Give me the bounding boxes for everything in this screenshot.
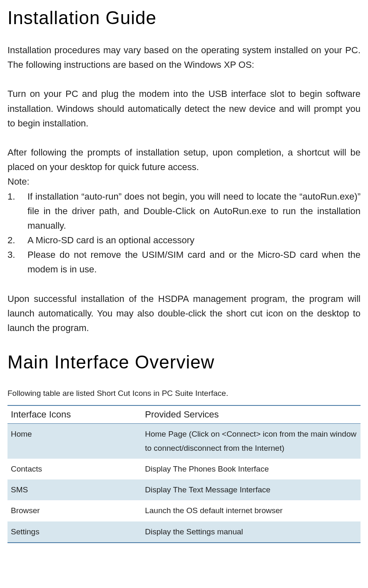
table-cell-icon: Settings — [7, 521, 142, 543]
note-item: A Micro-SD card is an optional accessory — [7, 233, 361, 247]
table-row: Browser Launch the OS default internet b… — [7, 500, 361, 521]
section2-title: Main Interface Overview — [7, 352, 361, 373]
table-cell-service: Display The Text Message Interface — [142, 479, 361, 500]
note-item: If installation “auto-run” does not begi… — [7, 189, 361, 233]
note-label: Note: — [7, 174, 361, 189]
table-cell-service: Display The Phones Book Interface — [142, 459, 361, 479]
table-cell-service: Home Page (Click on <Connect> icon from … — [142, 423, 361, 459]
section1-title: Installation Guide — [7, 7, 361, 28]
section2-intro: Following table are listed Short Cut Ico… — [7, 387, 361, 400]
note-item: Please do not remove the USIM/SIM card a… — [7, 247, 361, 277]
section1-para1: Installation procedures may vary based o… — [7, 43, 361, 72]
section1-para4: Upon successful installation of the HSDP… — [7, 292, 361, 336]
table-cell-service: Display the Settings manual — [142, 521, 361, 543]
table-cell-service: Launch the OS default internet browser — [142, 500, 361, 521]
table-row: Settings Display the Settings manual — [7, 521, 361, 543]
table-row: Home Home Page (Click on <Connect> icon … — [7, 423, 361, 459]
table-cell-icon: Contacts — [7, 459, 142, 479]
section1-para2: Turn on your PC and plug the modem into … — [7, 86, 361, 131]
table-header-services: Provided Services — [142, 405, 361, 424]
table-cell-icon: Browser — [7, 500, 142, 521]
table-row: Contacts Display The Phones Book Interfa… — [7, 459, 361, 479]
table-row: SMS Display The Text Message Interface — [7, 479, 361, 500]
shortcut-icons-table: Interface Icons Provided Services Home H… — [7, 405, 361, 543]
table-cell-icon: SMS — [7, 479, 142, 500]
section1-para3: After following the prompts of installat… — [7, 145, 361, 174]
note-list: If installation “auto-run” does not begi… — [7, 189, 361, 277]
table-header-icons: Interface Icons — [7, 405, 142, 424]
table-cell-icon: Home — [7, 423, 142, 459]
